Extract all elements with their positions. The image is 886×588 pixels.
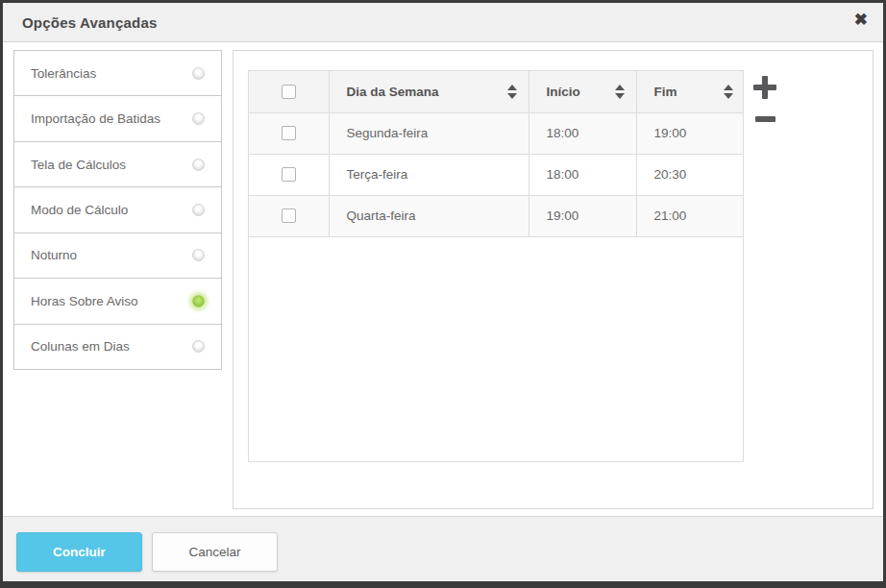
start-cell: 18:00 xyxy=(529,154,636,195)
row-checkbox[interactable] xyxy=(282,126,296,140)
radio-icon[interactable] xyxy=(192,249,205,261)
row-select-cell xyxy=(249,195,329,236)
end-cell: 21:00 xyxy=(636,195,744,236)
advanced-options-dialog: Opções Avançadas ✖ Tolerâncias Importaçã… xyxy=(0,0,886,588)
column-header-day[interactable]: Dia da Semana xyxy=(329,71,529,112)
sort-icon[interactable] xyxy=(724,85,733,99)
select-all-checkbox[interactable] xyxy=(282,85,296,99)
sidebar-item-noturno[interactable]: Noturno xyxy=(14,233,221,279)
table-row[interactable]: Terça-feira 18:00 20:30 xyxy=(249,154,744,195)
column-header-label: Início xyxy=(547,85,580,99)
sidebar-item-label: Tela de Cálculos xyxy=(31,158,126,172)
start-cell: 18:00 xyxy=(529,112,636,154)
table-row[interactable]: Quarta-feira 19:00 21:00 xyxy=(249,195,744,236)
sidebar-item-label: Horas Sobre Aviso xyxy=(31,294,138,308)
radio-selected-icon[interactable] xyxy=(192,295,205,307)
sidebar-item-label: Tolerâncias xyxy=(31,66,96,81)
day-cell: Quarta-feira xyxy=(329,195,529,236)
dialog-title: Opções Avançadas xyxy=(22,14,158,31)
day-cell: Terça-feira xyxy=(329,154,529,195)
sidebar-item-modo-de-calculo[interactable]: Modo de Cálculo xyxy=(14,187,221,233)
sidebar-item-horas-sobre-aviso[interactable]: Horas Sobre Aviso xyxy=(14,279,221,324)
row-select-cell xyxy=(249,112,329,154)
sidebar-item-label: Modo de Cálculo xyxy=(31,203,128,217)
table-row[interactable]: Segunda-feira 18:00 19:00 xyxy=(249,112,744,154)
cancel-button[interactable]: Cancelar xyxy=(152,532,278,572)
sidebar-item-label: Noturno xyxy=(31,248,77,262)
radio-icon[interactable] xyxy=(192,112,205,125)
row-select-cell xyxy=(249,154,329,195)
radio-icon[interactable] xyxy=(192,159,205,171)
sidebar-item-label: Colunas em Dias xyxy=(31,339,130,354)
column-header-label: Fim xyxy=(654,85,677,99)
end-cell: 19:00 xyxy=(636,112,744,154)
close-icon[interactable]: ✖ xyxy=(854,12,868,28)
sort-icon[interactable] xyxy=(615,85,625,99)
radio-icon[interactable] xyxy=(192,204,205,216)
schedule-table: Dia da Semana Início F xyxy=(249,71,744,237)
radio-icon[interactable] xyxy=(192,340,205,353)
sidebar-item-label: Importação de Batidas xyxy=(31,111,160,126)
schedule-table-container: Dia da Semana Início F xyxy=(248,70,744,462)
dialog-footer: Concluir Cancelar xyxy=(3,516,883,581)
start-cell: 19:00 xyxy=(529,195,636,236)
row-checkbox[interactable] xyxy=(282,208,296,223)
sort-icon[interactable] xyxy=(507,85,517,99)
end-cell: 20:30 xyxy=(636,154,744,195)
select-all-header xyxy=(249,71,329,112)
dialog-titlebar: Opções Avançadas ✖ xyxy=(3,3,883,42)
row-checkbox[interactable] xyxy=(282,167,296,182)
column-header-end[interactable]: Fim xyxy=(636,71,744,112)
day-cell: Segunda-feira xyxy=(329,112,529,154)
plus-icon[interactable] xyxy=(753,76,776,99)
options-sidebar: Tolerâncias Importação de Batidas Tela d… xyxy=(13,50,222,370)
confirm-button[interactable]: Concluir xyxy=(16,532,142,572)
column-header-label: Dia da Semana xyxy=(347,85,439,99)
sidebar-item-tolerancias[interactable]: Tolerâncias xyxy=(14,51,221,96)
schedule-panel: Dia da Semana Início F xyxy=(233,50,874,509)
radio-icon[interactable] xyxy=(192,67,205,80)
minus-icon[interactable] xyxy=(755,116,775,122)
sidebar-item-importacao-de-batidas[interactable]: Importação de Batidas xyxy=(14,96,221,141)
sidebar-item-tela-de-calculos[interactable]: Tela de Cálculos xyxy=(14,142,221,187)
column-header-start[interactable]: Início xyxy=(529,71,636,112)
sidebar-item-colunas-em-dias[interactable]: Colunas em Dias xyxy=(14,325,221,369)
table-actions xyxy=(753,76,776,122)
table-header-row: Dia da Semana Início F xyxy=(249,71,744,112)
